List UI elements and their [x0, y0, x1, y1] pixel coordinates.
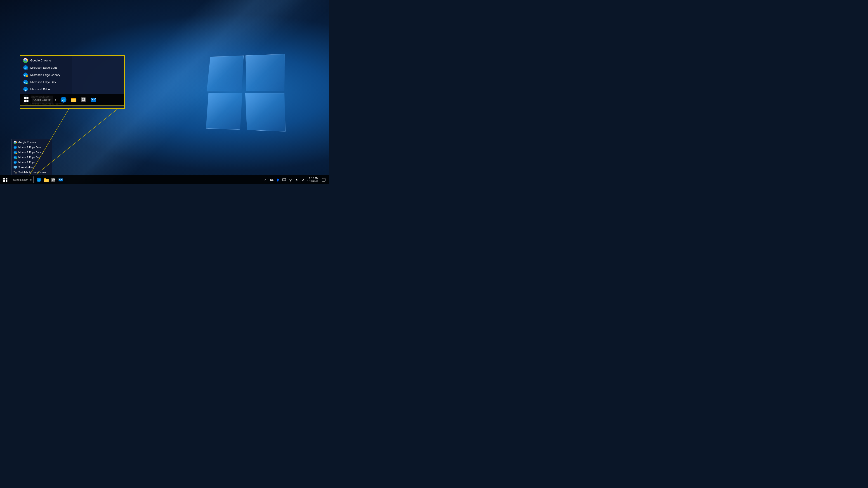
stylus-icon: [301, 178, 305, 182]
svg-rect-42: [15, 168, 16, 168]
list-item[interactable]: ✓ Microsoft Edge Canary: [20, 71, 72, 78]
windows-logo: [205, 55, 284, 129]
list-item[interactable]: Show desktop: [11, 165, 52, 170]
quick-launch-label-large[interactable]: Quick Launch: [32, 96, 53, 104]
store-icon: [80, 96, 87, 103]
wifi-symbol: [289, 178, 292, 182]
system-tray: 9:12 PM 2/28/2021: [261, 175, 329, 184]
mail-taskbar[interactable]: [57, 176, 64, 184]
switch-windows-icon-small: [13, 170, 17, 174]
start-icon: [3, 178, 7, 182]
store-taskbar-icon[interactable]: [79, 95, 88, 104]
quick-launch-text: Quick Launch: [33, 98, 52, 101]
chevron-up-icon: [264, 178, 267, 181]
edge-icon-tb: [36, 177, 41, 182]
dropbox-icon[interactable]: [276, 177, 280, 182]
edge-beta-icon-small: β: [13, 145, 17, 149]
edge-taskbar[interactable]: [35, 176, 42, 184]
quick-launch-popup-small: Google Chrome β Microsoft Edge Beta Micr…: [11, 139, 52, 175]
taskbar-separator: [58, 96, 58, 103]
list-item[interactable]: β Microsoft Edge Beta: [11, 145, 52, 150]
item-label: Show desktop: [18, 166, 34, 168]
list-item[interactable]: β Microsoft Edge Beta: [20, 64, 72, 71]
wifi-icon[interactable]: [288, 177, 293, 182]
windows-start-icon: [24, 97, 29, 102]
list-item[interactable]: Microsoft Edge Dev: [11, 155, 52, 160]
taskbar-zoomed: Quick Launch »: [20, 94, 124, 105]
edge-icon-taskbar: [60, 96, 67, 103]
svg-text:✓: ✓: [27, 76, 28, 77]
chrome-icon-small: [13, 140, 17, 144]
edge-icon-small: [13, 160, 17, 164]
svg-rect-23: [26, 97, 29, 99]
edge-dev-icon-small: [13, 156, 17, 159]
mail-icon-tb: [58, 177, 63, 182]
folder-icon: [70, 96, 76, 103]
mail-taskbar-icon[interactable]: [89, 95, 98, 104]
start-button-large[interactable]: [22, 95, 31, 104]
edge-canary-icon: ✓: [23, 72, 28, 77]
show-hidden-icons[interactable]: [263, 177, 268, 182]
list-item[interactable]: D Microsoft Edge Dev: [20, 78, 72, 86]
dropbox-symbol: [276, 178, 280, 182]
display-icon[interactable]: [282, 177, 286, 182]
desktop: Google Chrome β Microsoft Edge Beta ✓: [0, 0, 329, 184]
item-label: Microsoft Edge: [18, 161, 35, 164]
monitor-icon: [282, 178, 286, 182]
edge-beta-icon: β: [23, 65, 28, 70]
edge-icon: [23, 87, 28, 92]
svg-rect-55: [59, 178, 63, 182]
svg-rect-43: [14, 168, 16, 169]
notification-icon: [322, 178, 326, 182]
clock-date: 2/28/2021: [307, 180, 318, 183]
item-label: Microsoft Edge Beta: [18, 146, 41, 149]
svg-rect-22: [24, 97, 26, 99]
svg-rect-47: [15, 172, 17, 173]
list-item-label: Microsoft Edge Canary: [30, 73, 60, 76]
svg-rect-49: [6, 178, 7, 180]
notification-center[interactable]: [320, 175, 327, 184]
pen-icon[interactable]: [301, 177, 305, 182]
svg-rect-60: [322, 178, 325, 182]
list-item[interactable]: Microsoft Edge: [11, 160, 52, 165]
edge-taskbar-icon[interactable]: [59, 95, 68, 104]
expand-arrows[interactable]: »: [54, 98, 57, 101]
file-explorer-taskbar-icon[interactable]: [69, 95, 78, 104]
list-item[interactable]: Google Chrome: [11, 140, 52, 145]
edge-canary-icon-small: [13, 151, 17, 154]
item-label: Switch between windows: [18, 171, 46, 173]
show-desktop-icon-small: [13, 165, 17, 169]
svg-rect-50: [3, 180, 5, 182]
file-explorer-taskbar[interactable]: [42, 176, 50, 184]
onedrive-icon[interactable]: [269, 177, 274, 182]
list-item[interactable]: Microsoft Edge: [20, 86, 72, 93]
edge-dev-icon: D: [23, 79, 28, 85]
item-label: Google Chrome: [18, 141, 36, 144]
folder-icon-tb: [43, 177, 49, 182]
list-item-label: Google Chrome: [30, 59, 51, 62]
svg-rect-29: [91, 98, 96, 102]
list-item[interactable]: Google Chrome: [20, 57, 72, 64]
clock[interactable]: 9:12 PM 2/28/2021: [307, 177, 318, 183]
start-button[interactable]: [0, 175, 11, 184]
chrome-icon: [23, 58, 28, 63]
svg-rect-51: [6, 180, 7, 182]
mail-icon: [90, 96, 96, 103]
svg-point-32: [14, 142, 16, 143]
separator: [33, 176, 34, 183]
svg-text:β: β: [27, 68, 28, 70]
list-item[interactable]: Switch between windows: [11, 170, 52, 175]
speaker-icon: [295, 178, 299, 182]
svg-point-4: [25, 59, 26, 61]
quick-launch-label: Quick Launch: [12, 178, 30, 181]
store-taskbar[interactable]: [50, 176, 57, 184]
volume-icon[interactable]: [294, 177, 299, 182]
list-item-label: Microsoft Edge Dev: [30, 80, 56, 84]
expand-button[interactable]: »: [30, 178, 32, 182]
list-item[interactable]: Microsoft Edge Canary: [11, 150, 52, 155]
svg-rect-41: [14, 166, 17, 168]
svg-rect-24: [24, 100, 26, 102]
list-item-label: Microsoft Edge: [30, 88, 50, 91]
quick-launch-area[interactable]: Quick Launch »: [11, 175, 35, 184]
svg-rect-25: [26, 100, 29, 102]
